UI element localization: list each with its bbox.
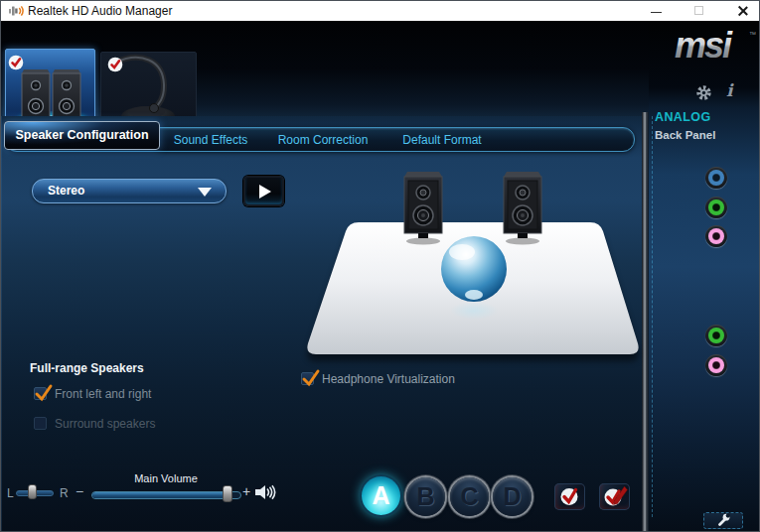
red-check-pen-icon [599, 483, 630, 510]
test-play-button[interactable] [243, 176, 284, 206]
back-panel-jack-blue[interactable] [705, 167, 727, 189]
balance-right-label: R [60, 486, 69, 500]
listener-reflection [450, 302, 498, 320]
wrench-icon [704, 513, 742, 528]
check-icon [301, 367, 321, 387]
realtek-speaker-icon [8, 4, 24, 18]
realtek-audio-manager-window: Realtek HD Audio Manager [0, 0, 760, 532]
front-panel-jack-green[interactable] [705, 325, 727, 346]
play-icon [259, 185, 271, 199]
msi-logo-text: msi [675, 25, 733, 66]
headphone-virtualization-checkbox[interactable] [301, 372, 314, 385]
full-range-heading: Full-range Speakers [30, 361, 144, 375]
front-left-speaker[interactable] [404, 172, 442, 245]
tab-room-correction[interactable]: Room Correction [278, 133, 369, 147]
close-button[interactable] [725, 1, 760, 21]
speaker-volume-icon[interactable] [254, 484, 278, 500]
preset-button-d[interactable]: D [493, 477, 532, 516]
device-strip [1, 21, 760, 116]
jack-ring [708, 170, 724, 186]
jack-ring [708, 328, 724, 343]
settings-gear-icon[interactable] [695, 84, 712, 101]
preset-button-a[interactable]: A [362, 476, 400, 515]
red-check-icon [554, 483, 585, 510]
check-icon [34, 382, 54, 402]
speaker-stage [295, 160, 646, 378]
msi-logo: msi ™ [655, 25, 758, 68]
back-panel-jack-pink[interactable] [705, 225, 727, 247]
front-right-speaker[interactable] [504, 172, 541, 245]
device-enabled-check-icon [107, 57, 123, 72]
jack-ring [708, 200, 724, 215]
default-device-button[interactable] [554, 483, 585, 510]
preset-button-c[interactable]: C [450, 477, 489, 516]
back-panel-jack-green[interactable] [705, 197, 727, 218]
front-panel-jack-pink[interactable] [705, 354, 727, 376]
main-volume-thumb[interactable] [223, 485, 232, 502]
front-left-right-label: Front left and right [55, 387, 151, 401]
jack-ring [708, 228, 724, 244]
volume-decrease-glyph: − [76, 483, 83, 499]
main-volume-label: Main Volume [134, 472, 198, 484]
analog-section-label: ANALOG [655, 110, 711, 124]
volume-fill [92, 492, 225, 498]
default-communication-device-button[interactable] [599, 483, 630, 510]
close-icon [737, 5, 749, 17]
speaker-configuration-panel: Sound Effects Room Correction Default Fo… [1, 116, 642, 532]
sphere-highlight [449, 244, 475, 260]
sphere-glint [465, 290, 483, 300]
jack-ring [708, 357, 724, 373]
title-bar: Realtek HD Audio Manager [1, 1, 759, 21]
speaker-config-select[interactable]: Stereo [32, 179, 227, 203]
panel-divider-dashes [652, 116, 653, 517]
trademark-symbol: ™ [749, 31, 756, 38]
back-panel-label: Back Panel [655, 129, 715, 141]
minimize-button[interactable] [641, 1, 673, 21]
balance-slider-thumb[interactable] [28, 484, 37, 499]
headphone-virtualization-label: Headphone Virtualization [322, 372, 455, 386]
tab-sound-effects[interactable]: Sound Effects [174, 133, 248, 147]
minimize-icon [651, 12, 662, 13]
connector-settings-button[interactable] [703, 512, 743, 529]
volume-increase-glyph: + [242, 483, 250, 499]
chevron-down-icon [198, 188, 212, 197]
maximize-icon [694, 6, 703, 15]
surround-speakers-label: Surround speakers [55, 417, 155, 431]
tab-default-format[interactable]: Default Format [402, 133, 481, 147]
device-enabled-check-icon [8, 55, 24, 70]
window-title: Realtek HD Audio Manager [28, 4, 172, 18]
maximize-button[interactable] [684, 1, 715, 21]
speaker-config-value: Stereo [48, 184, 84, 198]
info-icon[interactable]: i [726, 80, 740, 100]
front-left-right-checkbox[interactable] [34, 387, 47, 400]
balance-left-label: L [7, 486, 14, 500]
tab-speaker-configuration[interactable]: Speaker Configuration [4, 121, 160, 150]
surround-speakers-checkbox[interactable] [34, 417, 47, 430]
main-volume-slider[interactable] [91, 491, 241, 499]
preset-button-b[interactable]: B [406, 477, 445, 516]
